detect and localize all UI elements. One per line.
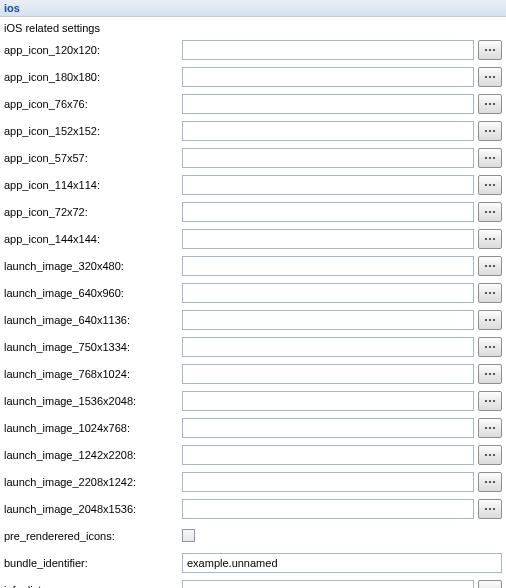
launch_image_768x1024-browse-button[interactable]: [478, 364, 502, 384]
launch_image_1024x768-input[interactable]: [182, 418, 474, 438]
panel-title: ios: [4, 2, 20, 14]
svg-point-50: [493, 480, 495, 482]
app_icon_57x57-browse-button[interactable]: [478, 148, 502, 168]
infoplist-input[interactable]: [182, 580, 474, 589]
settings-row: app_icon_152x152:: [4, 117, 502, 144]
panel-header: ios: [0, 0, 506, 17]
svg-point-8: [493, 102, 495, 104]
svg-point-43: [489, 426, 491, 428]
launch_image_750x1334-browse-button[interactable]: [478, 337, 502, 357]
app_icon_180x180-label: app_icon_180x180:: [4, 71, 182, 83]
app_icon_120x120-browse-button[interactable]: [478, 40, 502, 60]
app_icon_72x72-browse-button[interactable]: [478, 202, 502, 222]
svg-point-2: [493, 48, 495, 50]
bundle_identifier-field: [182, 553, 502, 573]
infoplist-field: [182, 580, 502, 589]
svg-point-44: [493, 426, 495, 428]
launch_image_320x480-input[interactable]: [182, 256, 474, 276]
svg-point-15: [485, 183, 487, 185]
launch_image_640x960-field: [182, 283, 502, 303]
settings-row: launch_image_2048x1536:: [4, 495, 502, 522]
settings-row: launch_image_768x1024:: [4, 360, 502, 387]
svg-point-46: [489, 453, 491, 455]
app_icon_72x72-input[interactable]: [182, 202, 474, 222]
app_icon_120x120-label: app_icon_120x120:: [4, 44, 182, 56]
settings-row: app_icon_180x180:: [4, 63, 502, 90]
svg-point-32: [493, 318, 495, 320]
settings-row: bundle_identifier:: [4, 549, 502, 576]
app_icon_114x114-label: app_icon_114x114:: [4, 179, 182, 191]
settings-row: launch_image_320x480:: [4, 252, 502, 279]
infoplist-browse-button[interactable]: [478, 580, 502, 589]
settings-row: launch_image_1536x2048:: [4, 387, 502, 414]
app_icon_180x180-input[interactable]: [182, 67, 474, 87]
svg-point-5: [493, 75, 495, 77]
app_icon_144x144-field: [182, 229, 502, 249]
launch_image_1536x2048-input[interactable]: [182, 391, 474, 411]
svg-point-47: [493, 453, 495, 455]
launch_image_2048x1536-input[interactable]: [182, 499, 474, 519]
svg-point-34: [489, 345, 491, 347]
launch_image_2208x1242-field: [182, 472, 502, 492]
launch_image_640x960-input[interactable]: [182, 283, 474, 303]
app_icon_152x152-input[interactable]: [182, 121, 474, 141]
app_icon_76x76-browse-button[interactable]: [478, 94, 502, 114]
launch_image_640x1136-field: [182, 310, 502, 330]
launch_image_1242x2208-field: [182, 445, 502, 465]
launch_image_1536x2048-browse-button[interactable]: [478, 391, 502, 411]
svg-point-16: [489, 183, 491, 185]
svg-point-22: [489, 237, 491, 239]
settings-row: app_icon_144x144:: [4, 225, 502, 252]
settings-row: launch_image_2208x1242:: [4, 468, 502, 495]
settings-row: app_icon_57x57:: [4, 144, 502, 171]
svg-point-39: [485, 399, 487, 401]
app_icon_72x72-field: [182, 202, 502, 222]
bundle_identifier-label: bundle_identifier:: [4, 557, 182, 569]
launch_image_768x1024-input[interactable]: [182, 364, 474, 384]
svg-point-49: [489, 480, 491, 482]
svg-point-1: [489, 48, 491, 50]
launch_image_1242x2208-browse-button[interactable]: [478, 445, 502, 465]
bundle_identifier-input[interactable]: [182, 553, 502, 573]
app_icon_144x144-browse-button[interactable]: [478, 229, 502, 249]
app_icon_144x144-input[interactable]: [182, 229, 474, 249]
app_icon_144x144-label: app_icon_144x144:: [4, 233, 182, 245]
launch_image_750x1334-input[interactable]: [182, 337, 474, 357]
launch_image_2208x1242-browse-button[interactable]: [478, 472, 502, 492]
svg-point-23: [493, 237, 495, 239]
app_icon_114x114-browse-button[interactable]: [478, 175, 502, 195]
app_icon_120x120-input[interactable]: [182, 40, 474, 60]
launch_image_640x1136-browse-button[interactable]: [478, 310, 502, 330]
svg-point-31: [489, 318, 491, 320]
app_icon_152x152-browse-button[interactable]: [478, 121, 502, 141]
app_icon_180x180-field: [182, 67, 502, 87]
launch_image_640x960-browse-button[interactable]: [478, 283, 502, 303]
app_icon_57x57-field: [182, 148, 502, 168]
svg-point-29: [493, 291, 495, 293]
pre_renderered_icons-checkbox[interactable]: [182, 529, 195, 542]
app_icon_114x114-input[interactable]: [182, 175, 474, 195]
launch_image_1024x768-browse-button[interactable]: [478, 418, 502, 438]
launch_image_640x1136-input[interactable]: [182, 310, 474, 330]
app_icon_76x76-field: [182, 94, 502, 114]
settings-row: app_icon_120x120:: [4, 36, 502, 63]
svg-point-48: [485, 480, 487, 482]
launch_image_1242x2208-input[interactable]: [182, 445, 474, 465]
launch_image_320x480-browse-button[interactable]: [478, 256, 502, 276]
svg-point-7: [489, 102, 491, 104]
app_icon_180x180-browse-button[interactable]: [478, 67, 502, 87]
svg-point-27: [485, 291, 487, 293]
launch_image_2048x1536-browse-button[interactable]: [478, 499, 502, 519]
svg-point-4: [489, 75, 491, 77]
svg-point-37: [489, 372, 491, 374]
app_icon_76x76-input[interactable]: [182, 94, 474, 114]
launch_image_2208x1242-input[interactable]: [182, 472, 474, 492]
app_icon_120x120-field: [182, 40, 502, 60]
svg-point-35: [493, 345, 495, 347]
app_icon_57x57-input[interactable]: [182, 148, 474, 168]
settings-row: app_icon_114x114:: [4, 171, 502, 198]
launch_image_320x480-field: [182, 256, 502, 276]
pre_renderered_icons-label: pre_renderered_icons:: [4, 530, 182, 542]
launch_image_768x1024-field: [182, 364, 502, 384]
launch_image_768x1024-label: launch_image_768x1024:: [4, 368, 182, 380]
